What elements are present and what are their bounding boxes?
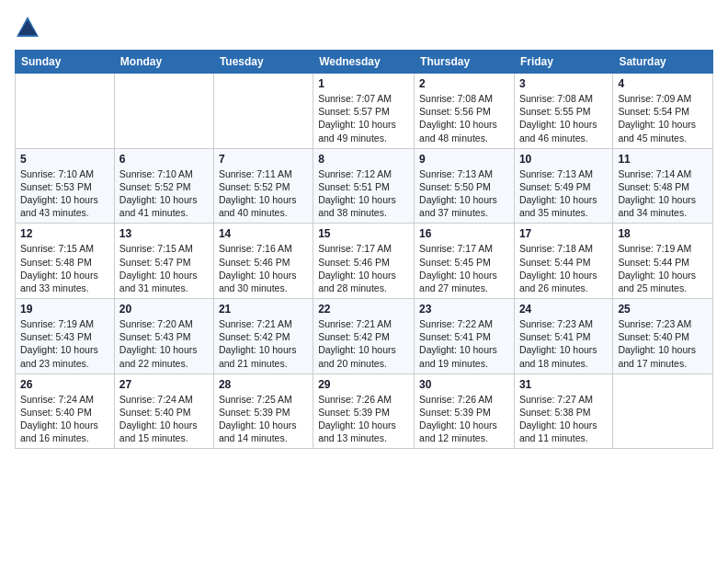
day-cell: 17Sunrise: 7:18 AM Sunset: 5:44 PM Dayli… (514, 224, 612, 299)
day-number: 30 (419, 378, 509, 391)
day-info: Sunrise: 7:17 AM Sunset: 5:45 PM Dayligh… (419, 242, 509, 294)
day-info: Sunrise: 7:27 AM Sunset: 5:38 PM Dayligh… (519, 393, 608, 445)
day-number: 17 (519, 227, 608, 240)
day-cell: 13Sunrise: 7:15 AM Sunset: 5:47 PM Dayli… (114, 224, 213, 299)
week-row-1: 1Sunrise: 7:07 AM Sunset: 5:57 PM Daylig… (16, 74, 713, 149)
day-number: 5 (20, 153, 109, 166)
day-number: 10 (519, 153, 608, 166)
day-number: 23 (419, 303, 509, 316)
day-header-monday: Monday (114, 51, 213, 74)
day-cell: 23Sunrise: 7:22 AM Sunset: 5:41 PM Dayli… (415, 299, 515, 374)
day-info: Sunrise: 7:26 AM Sunset: 5:39 PM Dayligh… (419, 393, 509, 445)
day-info: Sunrise: 7:24 AM Sunset: 5:40 PM Dayligh… (119, 393, 209, 445)
day-info: Sunrise: 7:08 AM Sunset: 5:55 PM Dayligh… (519, 92, 608, 144)
day-number: 2 (419, 77, 509, 90)
day-cell: 29Sunrise: 7:26 AM Sunset: 5:39 PM Dayli… (313, 373, 415, 449)
day-info: Sunrise: 7:21 AM Sunset: 5:42 PM Dayligh… (219, 317, 308, 370)
day-number: 22 (318, 303, 409, 316)
day-number: 14 (219, 227, 308, 240)
day-info: Sunrise: 7:10 AM Sunset: 5:53 PM Dayligh… (20, 167, 109, 220)
day-info: Sunrise: 7:13 AM Sunset: 5:49 PM Dayligh… (519, 167, 608, 220)
day-info: Sunrise: 7:24 AM Sunset: 5:40 PM Dayligh… (20, 393, 109, 445)
svg-marker-1 (18, 20, 37, 35)
day-info: Sunrise: 7:17 AM Sunset: 5:46 PM Dayligh… (318, 242, 409, 294)
day-cell: 11Sunrise: 7:14 AM Sunset: 5:48 PM Dayli… (613, 148, 713, 224)
day-number: 1 (318, 77, 409, 90)
day-number: 20 (119, 303, 209, 316)
day-info: Sunrise: 7:11 AM Sunset: 5:52 PM Dayligh… (219, 167, 308, 220)
day-cell: 31Sunrise: 7:27 AM Sunset: 5:38 PM Dayli… (514, 373, 612, 449)
day-cell: 20Sunrise: 7:20 AM Sunset: 5:43 PM Dayli… (114, 299, 213, 374)
day-number: 19 (20, 303, 109, 316)
day-cell: 12Sunrise: 7:15 AM Sunset: 5:48 PM Dayli… (16, 224, 115, 299)
day-number: 11 (618, 153, 708, 166)
day-number: 29 (318, 378, 409, 391)
day-cell: 1Sunrise: 7:07 AM Sunset: 5:57 PM Daylig… (313, 74, 415, 149)
day-info: Sunrise: 7:25 AM Sunset: 5:39 PM Dayligh… (219, 393, 308, 445)
day-info: Sunrise: 7:15 AM Sunset: 5:48 PM Dayligh… (20, 242, 109, 294)
day-info: Sunrise: 7:15 AM Sunset: 5:47 PM Dayligh… (119, 242, 209, 294)
day-cell: 2Sunrise: 7:08 AM Sunset: 5:56 PM Daylig… (415, 74, 515, 149)
day-header-wednesday: Wednesday (313, 51, 415, 74)
day-info: Sunrise: 7:23 AM Sunset: 5:40 PM Dayligh… (618, 317, 708, 370)
day-info: Sunrise: 7:13 AM Sunset: 5:50 PM Dayligh… (419, 167, 509, 220)
calendar-header-row: SundayMondayTuesdayWednesdayThursdayFrid… (16, 51, 713, 74)
day-cell: 25Sunrise: 7:23 AM Sunset: 5:40 PM Dayli… (613, 299, 713, 374)
day-cell: 10Sunrise: 7:13 AM Sunset: 5:49 PM Dayli… (514, 148, 612, 224)
week-row-4: 19Sunrise: 7:19 AM Sunset: 5:43 PM Dayli… (16, 299, 713, 374)
day-info: Sunrise: 7:18 AM Sunset: 5:44 PM Dayligh… (519, 242, 608, 294)
day-info: Sunrise: 7:09 AM Sunset: 5:54 PM Dayligh… (618, 92, 708, 144)
day-cell: 3Sunrise: 7:08 AM Sunset: 5:55 PM Daylig… (514, 74, 612, 149)
day-info: Sunrise: 7:19 AM Sunset: 5:43 PM Dayligh… (20, 317, 109, 370)
day-cell (16, 74, 115, 149)
day-cell: 24Sunrise: 7:23 AM Sunset: 5:41 PM Dayli… (514, 299, 612, 374)
day-cell (613, 373, 713, 449)
day-number: 13 (119, 227, 209, 240)
day-cell: 7Sunrise: 7:11 AM Sunset: 5:52 PM Daylig… (213, 148, 313, 224)
day-cell: 15Sunrise: 7:17 AM Sunset: 5:46 PM Dayli… (313, 224, 415, 299)
logo (15, 15, 44, 40)
day-info: Sunrise: 7:12 AM Sunset: 5:51 PM Dayligh… (318, 167, 409, 220)
day-info: Sunrise: 7:19 AM Sunset: 5:44 PM Dayligh… (618, 242, 708, 294)
day-number: 27 (119, 378, 209, 391)
day-cell: 6Sunrise: 7:10 AM Sunset: 5:52 PM Daylig… (114, 148, 213, 224)
day-cell (114, 74, 213, 149)
day-cell: 5Sunrise: 7:10 AM Sunset: 5:53 PM Daylig… (16, 148, 115, 224)
day-number: 8 (318, 153, 409, 166)
page-header (15, 15, 713, 40)
day-number: 18 (618, 227, 708, 240)
day-info: Sunrise: 7:21 AM Sunset: 5:42 PM Dayligh… (318, 317, 409, 370)
day-number: 9 (419, 153, 509, 166)
day-number: 4 (618, 77, 708, 90)
calendar-table: SundayMondayTuesdayWednesdayThursdayFrid… (15, 50, 713, 449)
day-number: 3 (519, 77, 608, 90)
day-cell: 26Sunrise: 7:24 AM Sunset: 5:40 PM Dayli… (16, 373, 115, 449)
day-header-tuesday: Tuesday (213, 51, 313, 74)
week-row-2: 5Sunrise: 7:10 AM Sunset: 5:53 PM Daylig… (16, 148, 713, 224)
day-cell: 9Sunrise: 7:13 AM Sunset: 5:50 PM Daylig… (415, 148, 515, 224)
day-info: Sunrise: 7:14 AM Sunset: 5:48 PM Dayligh… (618, 167, 708, 220)
day-cell: 19Sunrise: 7:19 AM Sunset: 5:43 PM Dayli… (16, 299, 115, 374)
day-cell: 22Sunrise: 7:21 AM Sunset: 5:42 PM Dayli… (313, 299, 415, 374)
day-cell: 4Sunrise: 7:09 AM Sunset: 5:54 PM Daylig… (613, 74, 713, 149)
day-info: Sunrise: 7:22 AM Sunset: 5:41 PM Dayligh… (419, 317, 509, 370)
day-info: Sunrise: 7:16 AM Sunset: 5:46 PM Dayligh… (219, 242, 308, 294)
logo-icon (15, 15, 40, 40)
day-header-saturday: Saturday (613, 51, 713, 74)
day-number: 24 (519, 303, 608, 316)
day-number: 21 (219, 303, 308, 316)
day-number: 12 (20, 227, 109, 240)
day-cell: 28Sunrise: 7:25 AM Sunset: 5:39 PM Dayli… (213, 373, 313, 449)
day-number: 25 (618, 303, 708, 316)
day-header-thursday: Thursday (415, 51, 515, 74)
day-number: 7 (219, 153, 308, 166)
week-row-5: 26Sunrise: 7:24 AM Sunset: 5:40 PM Dayli… (16, 373, 713, 449)
day-number: 31 (519, 378, 608, 391)
day-header-sunday: Sunday (16, 51, 115, 74)
day-cell: 30Sunrise: 7:26 AM Sunset: 5:39 PM Dayli… (415, 373, 515, 449)
day-cell: 21Sunrise: 7:21 AM Sunset: 5:42 PM Dayli… (213, 299, 313, 374)
day-info: Sunrise: 7:07 AM Sunset: 5:57 PM Dayligh… (318, 92, 409, 144)
day-cell: 18Sunrise: 7:19 AM Sunset: 5:44 PM Dayli… (613, 224, 713, 299)
day-info: Sunrise: 7:20 AM Sunset: 5:43 PM Dayligh… (119, 317, 209, 370)
week-row-3: 12Sunrise: 7:15 AM Sunset: 5:48 PM Dayli… (16, 224, 713, 299)
